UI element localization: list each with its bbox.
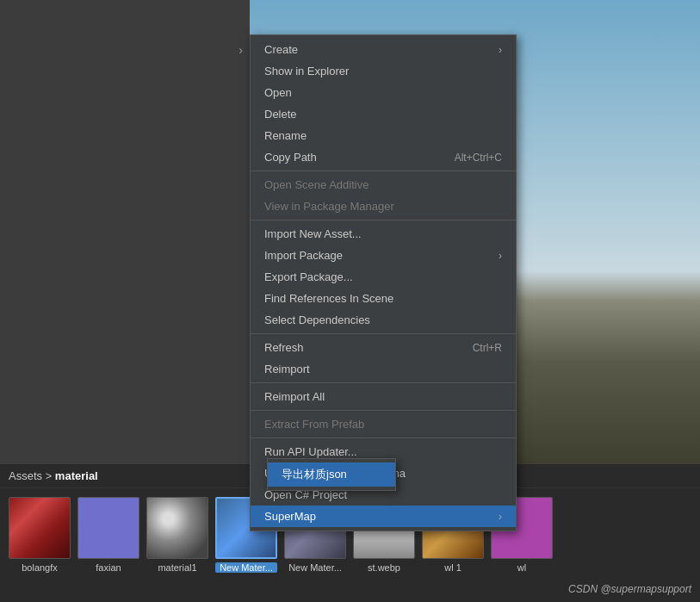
watermark: CSDN @supermapsupport — [568, 583, 691, 595]
asset-label-wl: wl — [491, 562, 553, 573]
menu-item-show-in-explorer[interactable]: Show in Explorer — [251, 60, 516, 82]
asset-label-new-mater-blue: New Mater... — [215, 562, 277, 573]
menu-separator — [251, 410, 516, 411]
menu-label-import-new-asset: Import New Asset... — [264, 227, 362, 240]
breadcrumb-prefix: Assets — [9, 469, 42, 482]
menu-item-create[interactable]: Create› — [251, 39, 516, 60]
menu-label-extract-from-prefab: Extract From Prefab — [264, 418, 364, 431]
submenu-item-export-material-json[interactable]: 导出材质json — [268, 462, 395, 487]
menu-label-create: Create — [264, 43, 298, 56]
menu-label-find-references: Find References In Scene — [264, 292, 393, 305]
submenu: 导出材质json — [267, 458, 396, 491]
menu-shortcut-refresh: Ctrl+R — [473, 342, 502, 354]
menu-label-open: Open — [264, 86, 292, 99]
menu-label-show-in-explorer: Show in Explorer — [264, 65, 349, 78]
menu-label-import-package: Import Package — [264, 249, 343, 262]
menu-arrow-supermap: › — [499, 511, 502, 523]
asset-label-st-webp: st.webp — [353, 562, 415, 573]
menu-separator — [251, 382, 516, 383]
menu-item-copy-path[interactable]: Copy PathAlt+Ctrl+C — [251, 146, 516, 168]
menu-item-select-dependencies[interactable]: Select Dependencies — [251, 309, 516, 331]
menu-item-import-new-asset[interactable]: Import New Asset... — [251, 223, 516, 245]
asset-label-wl1: wl 1 — [422, 562, 484, 573]
breadcrumb-separator: > — [46, 469, 55, 482]
menu-label-delete: Delete — [264, 108, 297, 121]
menu-item-reimport-all[interactable]: Reimport All — [251, 386, 516, 407]
menu-item-export-package[interactable]: Export Package... — [251, 266, 516, 288]
asset-label-material1: material1 — [146, 562, 208, 573]
menu-label-reimport-all: Reimport All — [264, 390, 325, 403]
asset-item-bolangfx[interactable]: bolangfx — [9, 497, 71, 573]
breadcrumb-current: material — [55, 469, 98, 482]
asset-thumb-faxian — [77, 497, 139, 559]
menu-label-supermap: SuperMap — [264, 510, 316, 523]
asset-label-faxian: faxian — [77, 562, 139, 573]
asset-item-faxian[interactable]: faxian — [77, 497, 139, 573]
asset-label-bolangfx: bolangfx — [9, 562, 71, 573]
menu-label-reimport: Reimport — [264, 363, 310, 375]
menu-item-find-references[interactable]: Find References In Scene — [251, 288, 516, 309]
menu-item-import-package[interactable]: Import Package› — [251, 245, 516, 266]
menu-arrow-import-package: › — [499, 250, 502, 262]
menu-label-open-scene-additive: Open Scene Additive — [264, 178, 369, 191]
menu-separator — [251, 220, 516, 220]
menu-label-export-package: Export Package... — [264, 270, 353, 283]
menu-item-rename[interactable]: Rename — [251, 125, 516, 146]
expand-icon[interactable]: › — [238, 43, 243, 57]
menu-separator — [251, 171, 516, 171]
menu-shortcut-copy-path: Alt+Ctrl+C — [455, 152, 502, 164]
menu-label-rename: Rename — [264, 129, 307, 142]
left-panel: › — [0, 0, 250, 465]
menu-label-view-in-package-manager: View in Package Manager — [264, 200, 394, 213]
menu-separator — [251, 333, 516, 334]
menu-item-delete[interactable]: Delete — [251, 103, 516, 125]
menu-label-refresh: Refresh — [264, 341, 304, 354]
menu-item-open-scene-additive: Open Scene Additive — [251, 174, 516, 195]
menu-label-copy-path: Copy Path — [264, 151, 317, 164]
menu-item-reimport[interactable]: Reimport — [251, 358, 516, 380]
asset-thumb-bolangfx — [9, 497, 71, 559]
menu-label-select-dependencies: Select Dependencies — [264, 313, 370, 326]
menu-label-run-api-updater: Run API Updater... — [264, 445, 357, 458]
context-menu: Create›Show in ExplorerOpenDeleteRenameC… — [250, 34, 517, 531]
asset-item-material1[interactable]: material1 — [146, 497, 208, 573]
asset-thumb-material1 — [146, 497, 208, 559]
menu-item-view-in-package-manager: View in Package Manager — [251, 195, 516, 217]
menu-item-supermap[interactable]: SuperMap› — [251, 506, 516, 527]
menu-item-extract-from-prefab: Extract From Prefab — [251, 413, 516, 435]
menu-arrow-create: › — [499, 44, 502, 56]
menu-item-open[interactable]: Open — [251, 82, 516, 103]
menu-separator — [251, 438, 516, 438]
menu-item-refresh[interactable]: RefreshCtrl+R — [251, 337, 516, 358]
asset-label-new-mater-gray: New Mater... — [284, 562, 346, 573]
